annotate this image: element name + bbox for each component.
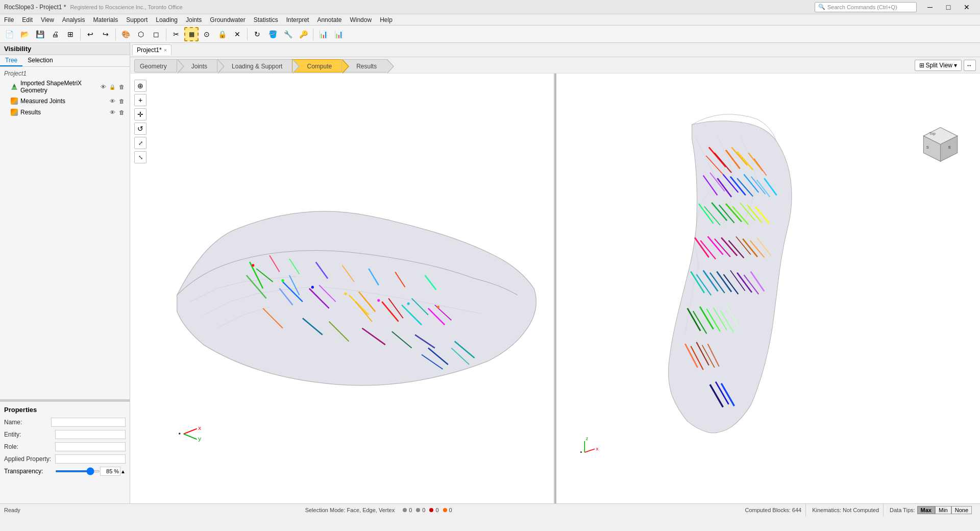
menu-item-loading[interactable]: Loading	[152, 14, 182, 26]
x-button[interactable]: ✕	[230, 27, 244, 41]
menu-item-edit[interactable]: Edit	[18, 14, 37, 26]
tree-item-results[interactable]: Results 👁 🗑	[2, 107, 128, 118]
eye-icon[interactable]: 👁	[99, 83, 107, 91]
select-button[interactable]: ◻	[149, 27, 163, 41]
undo-button[interactable]: ↩	[83, 27, 97, 41]
visibility-header: Visibility	[0, 43, 130, 55]
lock-button[interactable]: 🔒	[215, 27, 229, 41]
min-button[interactable]: Min	[935, 506, 951, 514]
left-panel: Visibility Tree Selection Project1 Impor…	[0, 43, 130, 503]
expand-button[interactable]: ⤢	[134, 137, 146, 149]
cut-button[interactable]: ✂	[169, 27, 183, 41]
coord4-indicator: 0	[443, 507, 452, 513]
menu-item-materials[interactable]: Materials	[89, 14, 122, 26]
zoom-fit-button[interactable]: ⊕	[134, 80, 146, 92]
active-tool-button[interactable]: ▦	[184, 27, 199, 41]
coord1-indicator: 0	[403, 507, 412, 513]
prop-entity-label: Entity:	[4, 431, 55, 438]
statusbar-left: Ready	[4, 507, 20, 513]
resize-view-button[interactable]: ↔	[964, 60, 976, 71]
shape-button[interactable]: ⬡	[134, 27, 148, 41]
prop-applied-value	[55, 454, 126, 464]
wf-tab-loading[interactable]: Loading & Support	[217, 59, 293, 73]
menubar: FileEditViewAnalysisMaterialsSupportLoad…	[0, 14, 980, 26]
prop-name-input[interactable]	[51, 418, 126, 427]
max-button[interactable]: Max	[917, 506, 935, 514]
menu-item-support[interactable]: Support	[122, 14, 152, 26]
menu-item-interpret[interactable]: Interpret	[282, 14, 313, 26]
titlebar: RocSlope3 - Project1 * Registered to Roc…	[0, 0, 980, 14]
rotate-view-button[interactable]: ↺	[134, 123, 146, 135]
results-delete-icon[interactable]: 🗑	[117, 108, 126, 116]
open-button[interactable]: 📂	[17, 27, 32, 41]
wf-tab-geometry[interactable]: Geometry	[134, 59, 178, 73]
fill-button[interactable]: 🪣	[265, 27, 280, 41]
color-button[interactable]: 🎨	[118, 27, 133, 41]
joints-eye-icon[interactable]: 👁	[108, 97, 116, 105]
menu-item-joints[interactable]: Joints	[182, 14, 206, 26]
toolbar-sep4	[247, 28, 248, 40]
menu-item-analysis[interactable]: Analysis	[58, 14, 89, 26]
properties-panel: Properties Name: Entity: Role: Applied P…	[0, 401, 130, 503]
zoom-in-button[interactable]: +	[134, 94, 146, 106]
spinner-up[interactable]: ▲	[120, 469, 126, 474]
maximize-button[interactable]: □	[939, 0, 958, 14]
none-button[interactable]: None	[951, 506, 972, 514]
search-box[interactable]: 🔍 Search Commands (Ctrl+Q)	[815, 2, 917, 12]
redo-button[interactable]: ↪	[99, 27, 113, 41]
svg-marker-1	[13, 84, 16, 87]
split-view-label: Split View	[926, 62, 952, 69]
grid-button[interactable]: ⊞	[63, 27, 78, 41]
delete-icon[interactable]: 🗑	[117, 83, 126, 91]
close-tab-button[interactable]: ×	[164, 47, 167, 53]
rotate-button[interactable]: ↻	[250, 27, 264, 41]
coord3-value: 0	[435, 507, 438, 513]
split-view-button[interactable]: ⊞ Split View ▾	[915, 60, 962, 71]
viewport-divider[interactable]	[555, 74, 556, 503]
menu-item-help[interactable]: Help	[376, 14, 397, 26]
computed-blocks-label: Computed Blocks: 644	[745, 507, 802, 513]
menu-item-annotate[interactable]: Annotate	[313, 14, 346, 26]
results-eye-icon[interactable]: 👁	[108, 108, 116, 116]
titlebar-controls: ─ □ ✕	[921, 0, 976, 14]
tree-item-results-label: Results	[20, 109, 106, 116]
prop-entity-row: Entity:	[4, 430, 126, 439]
prop-applied-label: Applied Property:	[4, 455, 55, 463]
menu-item-window[interactable]: Window	[346, 14, 376, 26]
coord1-dot	[403, 508, 407, 512]
svg-text:x: x	[198, 424, 201, 431]
svg-text:•: •	[178, 430, 181, 438]
circle-button[interactable]: ⊙	[200, 27, 214, 41]
menu-item-view[interactable]: View	[37, 14, 58, 26]
tree-item-geometry[interactable]: Imported ShapeMetriX Geometry 👁 🔒 🗑	[2, 78, 128, 95]
document-tab[interactable]: Project1* ×	[132, 44, 172, 55]
viewport-right[interactable]: Top S E • x z	[556, 74, 980, 503]
print-button[interactable]: 🖨	[48, 27, 62, 41]
chart2-button[interactable]: 📊	[331, 27, 346, 41]
menu-item-file[interactable]: File	[0, 14, 18, 26]
key-button[interactable]: 🔑	[296, 27, 310, 41]
save-button[interactable]: 💾	[33, 27, 47, 41]
menu-item-statistics[interactable]: Statistics	[250, 14, 282, 26]
transparency-slider[interactable]	[55, 470, 100, 472]
coord4-value: 0	[449, 507, 452, 513]
shrink-button[interactable]: ⤡	[134, 151, 146, 163]
workflow-bar: Geometry Joints Loading & Support Comput…	[130, 57, 980, 74]
data-tips-label: Data Tips:	[890, 507, 915, 513]
mountain-icon	[10, 83, 18, 91]
lock-icon[interactable]: 🔒	[108, 83, 116, 91]
transparency-value[interactable]: 85 %	[100, 467, 120, 476]
pan-button[interactable]: ✛	[134, 108, 146, 120]
tab-tree[interactable]: Tree	[0, 55, 22, 66]
menu-item-groundwater[interactable]: Groundwater	[206, 14, 249, 26]
viewport-left[interactable]: ⊕ + ✛ ↺ ⤢ ⤡	[130, 74, 555, 503]
tree-item-joints[interactable]: Measured Joints 👁 🗑	[2, 95, 128, 107]
new-button[interactable]: 📄	[2, 27, 16, 41]
tab-selection[interactable]: Selection	[22, 55, 58, 66]
chart1-button[interactable]: 📊	[316, 27, 330, 41]
close-button[interactable]: ✕	[958, 0, 976, 14]
joints-delete-icon[interactable]: 🗑	[117, 97, 126, 105]
minimize-button[interactable]: ─	[921, 0, 939, 14]
properties-title: Properties	[4, 406, 126, 414]
tool3-button[interactable]: 🔧	[281, 27, 295, 41]
